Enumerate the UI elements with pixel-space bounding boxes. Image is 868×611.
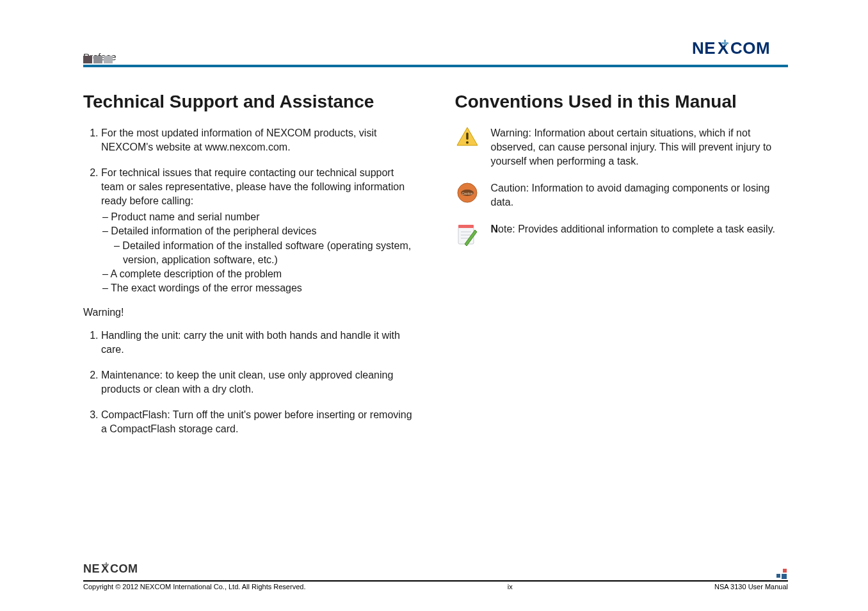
note-bold-letter: N xyxy=(491,224,499,234)
convention-text: Note: Provides additional information to… xyxy=(491,222,789,236)
left-column: Technical Support and Assistance For the… xyxy=(83,92,417,448)
doc-title: NSA 3130 User Manual xyxy=(714,583,788,591)
square-icon xyxy=(104,56,113,63)
svg-text:NE: NE xyxy=(83,562,100,575)
convention-item: Caution Caution: Information to avoid da… xyxy=(455,181,789,209)
header-divider xyxy=(83,65,788,67)
list-item: CompactFlash: Turn off the unit's power … xyxy=(101,408,417,436)
sublist-item: – Detailed information of the peripheral… xyxy=(102,224,417,238)
svg-text:X: X xyxy=(718,38,729,58)
decorative-squares xyxy=(83,56,113,63)
convention-item: Warning: Information about certain situa… xyxy=(455,126,789,168)
svg-rect-13 xyxy=(458,225,474,228)
note-pencil-icon xyxy=(455,222,479,247)
svg-rect-21 xyxy=(104,564,109,566)
nexcom-footer-icon: NE X COM xyxy=(83,562,154,576)
list-item: For the most updated information of NEXC… xyxy=(101,126,417,154)
list-item-text: For technical issues that require contac… xyxy=(101,167,405,206)
caution-diamond-icon: Caution xyxy=(455,181,479,204)
svg-rect-23 xyxy=(783,569,787,573)
svg-rect-24 xyxy=(776,574,780,578)
sublist-item: – The exact wordings of the error messag… xyxy=(102,281,417,295)
convention-item: Note: Provides additional information to… xyxy=(455,222,789,247)
footer-row: Copyright © 2012 NEXCOM International Co… xyxy=(83,583,788,591)
warning-list: Handling the unit: carry the unit with b… xyxy=(83,329,417,436)
sublist-item: – A complete description of the problem xyxy=(102,267,417,281)
note-rest: ote: Provides additional information to … xyxy=(498,224,775,234)
svg-point-8 xyxy=(466,142,469,144)
svg-rect-4 xyxy=(721,42,728,44)
convention-text: Warning: Information about certain situa… xyxy=(491,126,789,168)
brand-logo-top: NE X COM xyxy=(692,38,788,62)
svg-text:COM: COM xyxy=(730,38,770,58)
square-icon xyxy=(93,56,102,63)
nexcom-logo-icon: NE X COM xyxy=(692,38,788,58)
corner-squares-icon xyxy=(776,569,788,583)
svg-rect-7 xyxy=(466,133,468,140)
right-column: Conventions Used in this Manual Warning:… xyxy=(455,92,789,448)
list-item: For technical issues that require contac… xyxy=(101,166,417,295)
footer-divider xyxy=(83,580,788,582)
sublist: – Product name and serial number – Detai… xyxy=(101,210,417,295)
footer: NE X COM Copyright © 2012 NEXCOM Interna… xyxy=(83,562,788,591)
list-item-text: For the most updated information of NEXC… xyxy=(101,127,376,152)
footer-bar-wrap xyxy=(83,580,788,582)
svg-text:NE: NE xyxy=(692,38,716,58)
list-item: Maintenance: to keep the unit clean, use… xyxy=(101,368,417,396)
list-item: Handling the unit: carry the unit with b… xyxy=(101,329,417,357)
header: Preface NE X COM xyxy=(83,38,788,62)
content-columns: Technical Support and Assistance For the… xyxy=(83,92,788,448)
convention-text: Caution: Information to avoid damaging c… xyxy=(491,181,789,209)
svg-rect-25 xyxy=(782,574,787,579)
sublist-item: – Product name and serial number xyxy=(102,210,417,224)
warning-triangle-icon xyxy=(455,126,479,148)
left-title: Technical Support and Assistance xyxy=(83,92,417,112)
support-list: For the most updated information of NEXC… xyxy=(83,126,417,295)
copyright-text: Copyright © 2012 NEXCOM International Co… xyxy=(83,583,305,591)
svg-text:COM: COM xyxy=(110,562,138,575)
page-number: ix xyxy=(508,583,513,591)
square-icon xyxy=(83,56,92,63)
svg-text:Caution: Caution xyxy=(462,191,472,195)
warning-heading: Warning! xyxy=(83,307,417,318)
sublist-item: – Detailed information of the installed … xyxy=(102,239,417,267)
brand-logo-footer: NE X COM xyxy=(83,562,788,579)
right-title: Conventions Used in this Manual xyxy=(455,92,789,112)
page-root: Preface NE X COM Technical Support and A… xyxy=(0,0,868,611)
